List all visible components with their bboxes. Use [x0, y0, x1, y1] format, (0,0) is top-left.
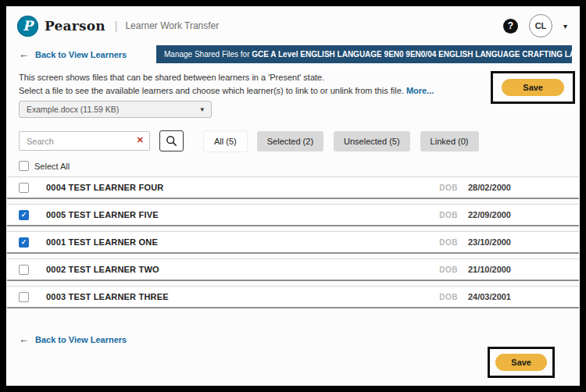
filter-linked[interactable]: Linked (0) [420, 131, 479, 151]
header-actions: ? CL ▾ [503, 14, 567, 37]
chevron-down-icon[interactable]: ▾ [563, 22, 567, 30]
breadcrumb-row: ← Back to View Learners Manage Shared Fi… [6, 42, 580, 63]
learner-list: ✓ 0004 TEST LEARNER FOUR DOB28/02/2000 ✓… [6, 176, 580, 308]
save-button-bottom[interactable]: Save [495, 354, 547, 371]
learner-checkbox[interactable]: ✓ [19, 265, 29, 275]
banner-qualification: GCE A Level ENGLISH LANGUAGE 9EN0 9EN0/0… [252, 50, 572, 59]
check-icon: ✓ [21, 212, 27, 219]
search-button[interactable] [159, 130, 184, 151]
filter-selected[interactable]: Selected (2) [257, 131, 323, 151]
description: This screen shows files that can be shar… [19, 71, 434, 98]
dob-label: DOB [439, 238, 458, 247]
avatar[interactable]: CL [529, 14, 552, 37]
learner-row[interactable]: ✓ 0002 TEST LEARNER TWO DOB21/10/2000 [7, 258, 579, 281]
filter-unselected[interactable]: Unselected (5) [334, 131, 410, 151]
back-to-view-learners-link-top[interactable]: ← Back to View Learners [19, 48, 127, 60]
bottom-save-row: Save [6, 347, 580, 378]
file-select-value: Example.docx (11.59 KB) [27, 105, 119, 114]
description-row: This screen shows files that can be shar… [6, 63, 580, 104]
search-input-wrap: ✕ [19, 131, 150, 151]
learner-row[interactable]: ✓ 0001 TEST LEARNER ONE DOB23/10/2000 [7, 231, 579, 254]
learner-row[interactable]: ✓ 0003 TEST LEARNER THREE DOB24/03/2001 [7, 286, 579, 308]
learner-checkbox[interactable]: ✓ [19, 183, 29, 193]
help-icon[interactable]: ? [503, 19, 518, 34]
brand-divider: | [115, 20, 118, 32]
learner-name: 0004 TEST LEARNER FOUR [46, 183, 163, 192]
app-title: Learner Work Transfer [125, 20, 219, 31]
learner-row[interactable]: ✓ 0004 TEST LEARNER FOUR DOB28/02/2000 [7, 176, 579, 199]
dob-value: 21/10/2000 [468, 265, 511, 274]
learner-checkbox[interactable]: ✓ [19, 292, 29, 302]
learner-name: 0002 TEST LEARNER TWO [46, 265, 159, 274]
description-line2: Select a file to see the available learn… [19, 86, 404, 95]
select-caret-icon: ▾ [200, 105, 204, 113]
back-arrow-icon: ← [19, 333, 29, 345]
clear-search-icon[interactable]: ✕ [137, 135, 144, 145]
save-highlight-bottom: Save [488, 347, 555, 378]
logo-letter: P [23, 18, 33, 34]
search-row: ✕ All (5) Selected (2) Unselected (5) Li… [6, 130, 580, 151]
dob-label: DOB [439, 211, 458, 219]
back-arrow-icon: ← [19, 48, 29, 60]
check-icon: ✓ [21, 239, 27, 246]
brand-name: Pearson [45, 18, 105, 34]
learner-checkbox[interactable]: ✓ [19, 210, 29, 220]
description-line1: This screen shows files that can be shar… [19, 71, 434, 84]
dob-value: 23/10/2000 [468, 237, 511, 247]
brand: P Pearson | Learner Work Transfer [17, 16, 219, 37]
learner-name: 0005 TEST LEARNER FIVE [46, 210, 159, 219]
dob-label: DOB [439, 265, 458, 274]
filter-all[interactable]: All (5) [204, 131, 247, 151]
select-all-row: ✓ Select All [6, 161, 580, 171]
dob-label: DOB [439, 184, 458, 192]
dob-value: 22/09/2000 [468, 210, 511, 219]
learner-checkbox[interactable]: ✓ [19, 237, 29, 248]
select-all-checkbox[interactable]: ✓ [19, 161, 29, 171]
learner-row[interactable]: ✓ 0005 TEST LEARNER FIVE DOB22/09/2000 [7, 204, 579, 226]
save-button-top[interactable]: Save [502, 79, 564, 96]
bottom-row: ← Back to View Learners [6, 330, 580, 345]
back-link-label: Back to View Learners [35, 335, 127, 344]
pearson-logo-icon: P [17, 16, 38, 37]
search-icon [166, 135, 177, 147]
dob-value: 24/03/2001 [468, 292, 511, 301]
learner-name: 0001 TEST LEARNER ONE [46, 237, 158, 247]
dob-value: 28/02/2000 [468, 183, 511, 192]
search-input[interactable] [19, 131, 150, 151]
page-title-banner: Manage Shared Files for GCE A Level ENGL… [156, 45, 572, 63]
banner-prefix: Manage Shared Files for [164, 50, 252, 59]
select-all-label: Select All [34, 162, 70, 171]
back-to-view-learners-link-bottom[interactable]: ← Back to View Learners [19, 333, 127, 345]
filter-group: All (5) Selected (2) Unselected (5) Link… [204, 131, 479, 151]
learner-name: 0003 TEST LEARNER THREE [46, 292, 169, 301]
back-link-label: Back to View Learners [35, 50, 127, 59]
app-window: P Pearson | Learner Work Transfer ? CL ▾… [6, 6, 580, 386]
file-select[interactable]: Example.docx (11.59 KB) ▾ [19, 101, 212, 118]
more-link[interactable]: More... [406, 86, 434, 95]
save-highlight-top: Save [491, 71, 575, 104]
app-header: P Pearson | Learner Work Transfer ? CL ▾ [6, 6, 580, 42]
dob-label: DOB [439, 293, 458, 301]
